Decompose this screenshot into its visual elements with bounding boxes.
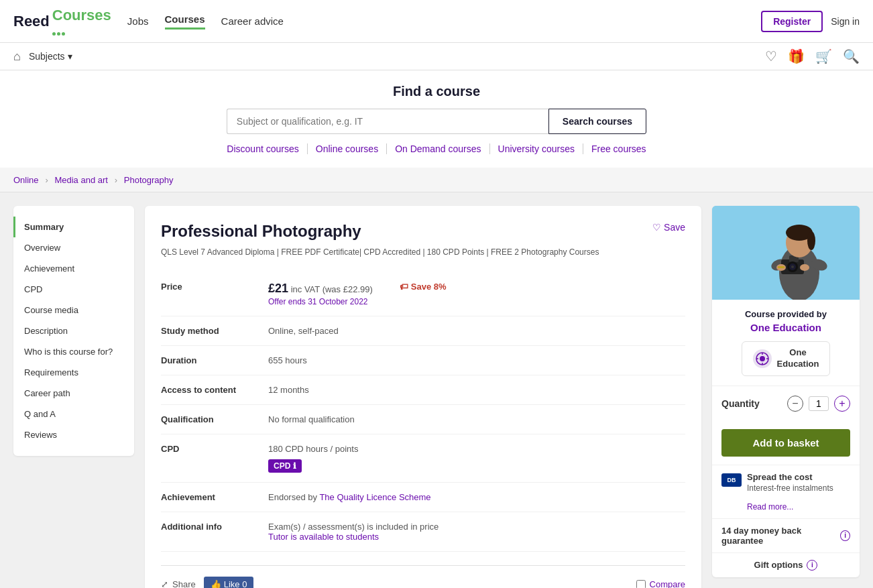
achievement-link[interactable]: The Quality Licence Scheme (319, 492, 430, 502)
sidebar-item-career-path[interactable]: Career path (13, 383, 134, 404)
cpd-value: 180 CPD hours / points CPD ℹ (268, 444, 685, 473)
subjects-button[interactable]: Subjects ▾ (29, 51, 72, 62)
breadcrumb-media-art[interactable]: Media and art (54, 175, 108, 185)
photographer-illustration (712, 206, 860, 300)
course-detail: Professional Photography ♡ Save QLS Leve… (145, 206, 701, 588)
discount-courses-link[interactable]: Discount courses (219, 143, 306, 154)
qty-minus-button[interactable]: − (787, 396, 803, 412)
share-button[interactable]: ⤢ Share (161, 579, 196, 588)
sidebar-item-qanda[interactable]: Q and A (13, 404, 134, 424)
sidebar-item-who[interactable]: Who is this course for? (13, 341, 134, 362)
study-method-label: Study method (161, 326, 268, 336)
spread-title: Spread the cost (747, 472, 833, 482)
quantity-section: Quantity − + (712, 386, 860, 421)
course-actions: ⤢ Share 👍 Like 0 Compare (161, 565, 685, 588)
subheader: ⌂ Subjects ▾ ♡ 🎁 🛒 🔍 (0, 43, 873, 70)
free-courses-link[interactable]: Free courses (583, 143, 654, 154)
save-button[interactable]: ♡ Save (652, 222, 685, 233)
access-row: Access to content 12 months (161, 375, 685, 405)
qty-input[interactable] (809, 396, 829, 411)
gift-info-icon[interactable]: i (807, 560, 817, 571)
compare-checkbox[interactable] (636, 580, 646, 588)
study-method-value: Online, self-paced (268, 326, 685, 336)
nav-jobs[interactable]: Jobs (127, 15, 149, 27)
svg-point-13 (800, 264, 809, 271)
sidebar-item-description[interactable]: Description (13, 320, 134, 341)
additional-line1: Exam(s) / assessment(s) is included in p… (268, 522, 439, 532)
provider-logo-box[interactable]: One Education (742, 341, 831, 376)
additional-row: Additional info Exam(s) / assessment(s) … (161, 512, 685, 552)
basket-icon[interactable]: 🛒 (815, 48, 832, 64)
breadcrumb-photography[interactable]: Photography (124, 175, 174, 185)
course-subtitle: QLS Level 7 Advanced Diploma | FREE PDF … (161, 246, 685, 259)
subheader-left: ⌂ Subjects ▾ (13, 50, 72, 64)
on-demand-courses-link[interactable]: On Demand courses (386, 143, 489, 154)
spread-text: Spread the cost Interest-free instalment… (747, 472, 833, 512)
achievement-row: Achievement Endorsed by The Quality Lice… (161, 483, 685, 512)
course-links: Discount courses Online courses On Deman… (13, 143, 860, 154)
logo[interactable]: Reed Courses (13, 7, 111, 36)
gift-section: Gift options i (712, 552, 860, 577)
access-label: Access to content (161, 385, 268, 395)
additional-line2: Tutor is available to students (268, 532, 685, 542)
like-button[interactable]: 👍 Like 0 (204, 577, 254, 588)
study-method-row: Study method Online, self-paced (161, 316, 685, 346)
sidebar-item-summary[interactable]: Summary (13, 217, 134, 237)
save-label: Save (664, 222, 685, 233)
right-sidebar: Course provided by One Education (712, 206, 860, 577)
share-label: Share (172, 579, 196, 588)
search-button[interactable]: Search courses (548, 109, 646, 134)
cpd-info-icon[interactable]: ℹ (293, 461, 296, 471)
breadcrumb-online[interactable]: Online (13, 175, 39, 185)
qualification-row: Qualification No formal qualification (161, 405, 685, 434)
sidebar-item-cpd[interactable]: CPD (13, 279, 134, 300)
like-label: Like 0 (224, 579, 247, 588)
guarantee-info-icon[interactable]: i (840, 530, 850, 541)
qty-controls: − + (787, 396, 850, 412)
share-icon: ⤢ (161, 579, 168, 588)
register-button[interactable]: Register (761, 11, 823, 32)
add-to-basket-button[interactable]: Add to basket (721, 429, 850, 457)
provider-logo[interactable]: One Education (721, 341, 850, 376)
sidebar-item-reviews[interactable]: Reviews (13, 424, 134, 445)
cpd-hours: 180 CPD hours / points (268, 444, 685, 454)
search-input[interactable] (227, 109, 548, 134)
subjects-label: Subjects (29, 51, 65, 62)
duration-row: Duration 655 hours (161, 346, 685, 375)
sidebar-item-course-media[interactable]: Course media (13, 300, 134, 320)
sidebar-item-overview[interactable]: Overview (13, 237, 134, 258)
course-title: Professional Photography (161, 222, 361, 241)
achievement-pre: Endorsed by (268, 492, 319, 502)
duration-value: 655 hours (268, 355, 685, 365)
compare-area[interactable]: Compare (636, 579, 685, 588)
quantity-label: Quantity (721, 398, 760, 409)
compare-label: Compare (650, 579, 685, 588)
sidebar-item-requirements[interactable]: Requirements (13, 362, 134, 383)
provider-name[interactable]: One Education (721, 322, 850, 333)
provider-section: Course provided by One Education (712, 300, 860, 386)
svg-point-8 (791, 266, 794, 268)
spread-read-more-link[interactable]: Read more... (747, 502, 793, 512)
heart-icon[interactable]: ♡ (765, 48, 777, 64)
qualification-value: No formal qualification (268, 414, 685, 424)
nav-courses[interactable]: Courses (165, 13, 205, 30)
online-courses-link[interactable]: Online courses (307, 143, 386, 154)
qty-plus-button[interactable]: + (834, 396, 850, 412)
sidebar-item-achievement[interactable]: Achievement (13, 258, 134, 279)
logo-dots (52, 32, 111, 36)
achievement-value: Endorsed by The Quality Licence Scheme (268, 492, 685, 502)
nav-career-advice[interactable]: Career advice (221, 15, 284, 27)
provider-logo-text: One Education (777, 347, 819, 370)
breadcrumb: Online › Media and art › Photography (0, 168, 873, 192)
search-icon[interactable]: 🔍 (843, 48, 860, 64)
search-bar: Search courses (13, 109, 860, 134)
price-inc: inc VAT (was £22.99) (291, 284, 373, 294)
home-icon[interactable]: ⌂ (13, 50, 21, 64)
heart-save-icon: ♡ (652, 222, 661, 233)
access-value: 12 months (268, 385, 685, 395)
signin-button[interactable]: Sign in (831, 16, 860, 27)
university-courses-link[interactable]: University courses (489, 143, 583, 154)
logo-reed: Reed (13, 13, 50, 30)
gift-icon[interactable]: 🎁 (788, 48, 805, 64)
save-badge: 🏷 Save 8% (400, 282, 447, 292)
